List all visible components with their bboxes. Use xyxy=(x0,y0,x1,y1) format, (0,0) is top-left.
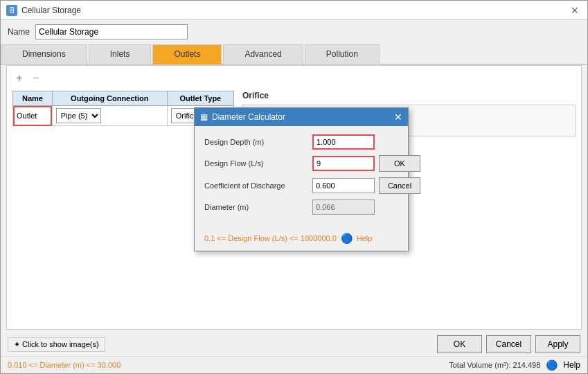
dialog-title-left: ▦ Diameter Calculator xyxy=(200,112,285,122)
cancel-button[interactable]: Cancel xyxy=(379,177,420,194)
coeff-discharge-label: Coefficient of Discharge xyxy=(204,181,308,190)
design-depth-row: Design Depth (m) xyxy=(204,134,398,150)
dialog-title: Diameter Calculator xyxy=(212,112,285,122)
tab-outlets[interactable]: Outlets xyxy=(152,44,222,64)
design-flow-row: Design Flow (L/s) OK xyxy=(204,155,398,172)
footer-right: Total Volume (m³): 214.498 🔵 Help xyxy=(449,359,580,371)
tab-bar: Dimensions Inlets Outlets Advanced Pollu… xyxy=(1,44,587,65)
dialog-title-bar: ▦ Diameter Calculator ✕ xyxy=(195,108,408,126)
dialog-footer: 0.1 <= Design Flow (L/s) <= 1000000.0 🔵 … xyxy=(195,229,408,251)
name-input[interactable] xyxy=(35,24,188,39)
action-buttons: OK Cancel Apply xyxy=(437,335,580,353)
coeff-discharge-row: Coefficient of Discharge Cancel xyxy=(204,177,398,194)
tab-pollution[interactable]: Pollution xyxy=(305,44,380,64)
name-row: Name xyxy=(1,20,587,44)
show-image-button[interactable]: ✦ Click to show image(s) xyxy=(8,337,105,352)
content-area: + − Name Outgoing Connection Outlet Type xyxy=(6,65,582,330)
main-ok-button[interactable]: OK xyxy=(437,335,482,353)
main-window: 🗄 Cellular Storage ✕ Name Dimensions Inl… xyxy=(0,0,588,374)
dialog-overlay: ▦ Diameter Calculator ✕ Design Depth (m)… xyxy=(7,66,581,329)
footer-help-label[interactable]: Help xyxy=(563,360,580,370)
bottom-bar: ✦ Click to show image(s) OK Cancel Apply xyxy=(1,332,587,356)
window-close-button[interactable]: ✕ xyxy=(568,3,582,17)
tab-advanced[interactable]: Advanced xyxy=(223,44,303,64)
diameter-result-input xyxy=(312,199,375,215)
title-bar-left: 🗄 Cellular Storage xyxy=(6,5,81,16)
design-depth-label: Design Depth (m) xyxy=(204,138,308,146)
dialog-close-button[interactable]: ✕ xyxy=(394,112,402,123)
ok-button[interactable]: OK xyxy=(379,155,420,172)
name-label: Name xyxy=(8,27,30,37)
coeff-discharge-input[interactable] xyxy=(312,178,375,193)
dialog-help-label[interactable]: Help xyxy=(357,234,373,242)
tab-inlets[interactable]: Inlets xyxy=(89,44,152,64)
diameter-result-label: Diameter (m) xyxy=(204,203,308,211)
dialog-body: Design Depth (m) Design Flow (L/s) OK Co… xyxy=(195,126,408,229)
diameter-calculator-dialog: ▦ Diameter Calculator ✕ Design Depth (m)… xyxy=(194,107,409,251)
window-title: Cellular Storage xyxy=(21,6,81,15)
design-flow-label: Design Flow (L/s) xyxy=(204,159,308,168)
footer-help-icon[interactable]: 🔵 xyxy=(546,359,558,371)
footer-bar: 0.010 <= Diameter (m) <= 30.000 Total Vo… xyxy=(1,356,587,373)
window-icon: 🗄 xyxy=(6,5,17,16)
dialog-help-icon[interactable]: 🔵 xyxy=(341,233,353,244)
diameter-result-row: Diameter (m) xyxy=(204,199,398,215)
constraint-text: 0.1 <= Design Flow (L/s) <= 1000000.0 xyxy=(204,234,337,242)
design-flow-input[interactable] xyxy=(312,156,375,171)
dialog-icon: ▦ xyxy=(200,112,208,122)
tab-dimensions[interactable]: Dimensions xyxy=(1,44,87,64)
footer-volume-text: Total Volume (m³): 214.498 xyxy=(449,361,540,369)
main-apply-button[interactable]: Apply xyxy=(535,335,580,353)
design-depth-input[interactable] xyxy=(312,134,375,150)
footer-constraint-text: 0.010 <= Diameter (m) <= 30.000 xyxy=(8,361,121,369)
title-bar: 🗄 Cellular Storage ✕ xyxy=(1,1,587,20)
main-cancel-button[interactable]: Cancel xyxy=(486,335,531,353)
